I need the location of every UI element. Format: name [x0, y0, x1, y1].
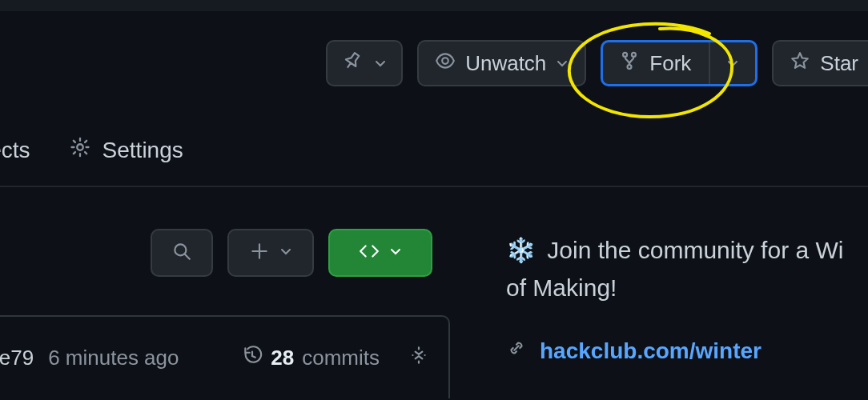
plus-icon — [249, 241, 270, 265]
window-titlebar-strip — [0, 0, 868, 11]
code-icon — [359, 241, 380, 265]
pin-icon — [342, 50, 363, 77]
repo-description: ❄️ Join the community for a Wi — [506, 232, 868, 270]
commits-label: commits — [302, 346, 380, 370]
caret-down-icon — [279, 245, 292, 261]
repo-actions-row: Unwatch Fork — [326, 40, 868, 86]
collapse-icon[interactable] — [408, 345, 429, 371]
caret-down-icon — [374, 57, 387, 70]
file-toolbar — [151, 229, 432, 277]
go-to-file-button[interactable] — [151, 229, 213, 277]
commits-count: 28 — [271, 346, 294, 370]
gear-icon — [69, 136, 91, 164]
pin-button[interactable] — [326, 40, 403, 86]
fork-dropdown-button[interactable] — [710, 42, 755, 84]
svg-point-4 — [77, 144, 82, 150]
search-icon — [171, 241, 192, 265]
fork-icon — [619, 50, 640, 77]
caret-down-icon — [389, 245, 402, 261]
commit-summary-bar: lce79 6 minutes ago 28 commits — [0, 315, 450, 398]
eye-icon — [435, 50, 456, 77]
star-label: Star — [820, 51, 858, 76]
svg-point-6 — [412, 354, 413, 355]
repo-description-line1: Join the community for a Wi — [547, 237, 843, 263]
unwatch-button[interactable]: Unwatch — [417, 40, 586, 86]
last-commit-time: 6 minutes ago — [48, 346, 179, 370]
repo-website-link[interactable]: hackclub.com/winter — [540, 334, 762, 368]
snowflake-emoji: ❄️ — [506, 237, 542, 263]
link-icon — [506, 332, 527, 370]
code-button[interactable] — [328, 229, 432, 277]
repo-nav: jects Settings — [0, 136, 183, 164]
projects-label-fragment: jects — [0, 138, 30, 163]
fork-label: Fork — [649, 51, 691, 76]
last-commit-user-fragment: lce79 — [0, 346, 34, 370]
history-icon — [242, 345, 263, 371]
caret-down-icon — [556, 57, 569, 70]
tab-settings[interactable]: Settings — [69, 136, 183, 164]
commits-link[interactable]: 28 commits — [242, 345, 380, 371]
unwatch-label: Unwatch — [465, 51, 546, 76]
tab-projects[interactable]: jects — [0, 138, 30, 163]
repo-description-line2: of Making! — [506, 270, 868, 307]
star-button[interactable]: Star — [772, 40, 868, 86]
add-file-button[interactable] — [227, 229, 314, 277]
svg-point-0 — [442, 58, 448, 64]
fork-button[interactable]: Fork — [601, 40, 757, 86]
about-section: ❄️ Join the community for a Wi of Making… — [506, 232, 868, 370]
nav-separator — [0, 186, 868, 187]
settings-label: Settings — [102, 138, 183, 163]
caret-down-icon — [726, 57, 739, 70]
svg-point-7 — [424, 354, 426, 355]
star-icon — [790, 50, 810, 77]
